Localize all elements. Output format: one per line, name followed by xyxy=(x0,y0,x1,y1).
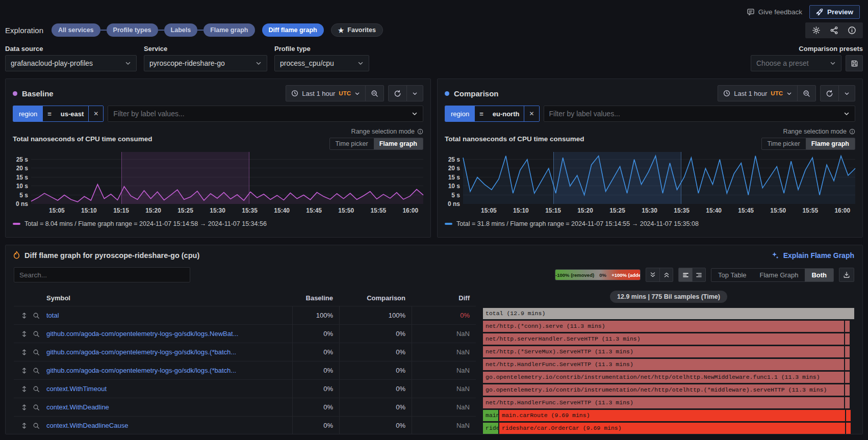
comparison-refresh-options[interactable] xyxy=(838,86,855,101)
flame-frame[interactable] xyxy=(846,410,851,421)
tab-flame-graph[interactable]: Flame graph xyxy=(203,23,254,37)
col-baseline[interactable]: Baseline xyxy=(292,290,339,306)
tab-diff-flame-graph[interactable]: Diff flame graph xyxy=(262,23,324,37)
filter-operator[interactable]: = xyxy=(43,106,56,121)
symbol-link[interactable]: github.com/agoda-com/opentelemetry-logs-… xyxy=(46,330,292,338)
tab-all-services[interactable]: All services xyxy=(52,23,100,37)
explain-flame-graph-link[interactable]: Explain Flame Graph xyxy=(771,251,854,260)
datasource-select[interactable]: grafanacloud-play-profiles xyxy=(5,55,137,71)
baseline-filter-input[interactable]: Filter by label values... xyxy=(108,106,423,122)
preset-select[interactable]: Choose a preset xyxy=(751,55,841,71)
comparison-panel: Comparison Last 1 hour UTC xyxy=(437,79,863,238)
comparison-time-picker[interactable]: Last 1 hour UTC xyxy=(718,86,797,101)
flame-frame[interactable] xyxy=(846,423,851,434)
symbol-link[interactable]: total xyxy=(46,312,292,319)
symbol-search-input[interactable] xyxy=(14,267,190,282)
preview-button[interactable]: Preview xyxy=(809,5,860,19)
baseline-zoom-out-button[interactable] xyxy=(365,86,384,101)
flame-frame[interactable]: rides xyxy=(483,423,498,434)
info-icon[interactable] xyxy=(417,128,423,135)
info-icon[interactable] xyxy=(848,26,856,35)
col-diff[interactable]: Diff xyxy=(412,290,476,306)
search-symbol-icon[interactable] xyxy=(33,385,40,393)
download-button[interactable] xyxy=(839,268,854,282)
range-mode-time-picker[interactable]: Time picker xyxy=(762,138,806,149)
filter-key[interactable]: region xyxy=(13,106,43,121)
col-symbol[interactable]: Symbol xyxy=(46,294,292,302)
filter-value[interactable]: us-east xyxy=(56,106,89,121)
view-top-table-button[interactable]: Top Table xyxy=(711,269,753,281)
filter-value[interactable]: eu-north xyxy=(488,106,524,121)
range-mode-flame-graph[interactable]: Flame graph xyxy=(806,138,855,149)
symbol-link[interactable]: context.WithDeadline xyxy=(46,403,292,411)
save-preset-button[interactable] xyxy=(846,55,863,71)
comparison-refresh-button[interactable] xyxy=(821,86,838,101)
flame-frame[interactable]: net/http.HandlerFunc.ServeHTTP (11.3 min… xyxy=(483,359,844,370)
remove-filter-button[interactable]: ✕ xyxy=(88,106,103,121)
flame-frame[interactable]: net/http.(*ServeMux).ServeHTTP (11.3 min… xyxy=(483,346,844,357)
info-icon[interactable] xyxy=(849,128,855,135)
search-symbol-icon[interactable] xyxy=(33,404,40,411)
search-symbol-icon[interactable] xyxy=(33,312,40,319)
expand-symbol-icon[interactable] xyxy=(21,312,28,319)
symbol-link[interactable]: github.com/agoda-com/opentelemetry-logs-… xyxy=(46,348,292,356)
symbol-link[interactable]: context.WithTimeout xyxy=(46,385,292,393)
col-comparison[interactable]: Comparison xyxy=(339,290,412,306)
share-icon[interactable] xyxy=(830,26,838,35)
flame-frame[interactable] xyxy=(845,384,850,396)
flame-frame[interactable] xyxy=(845,397,850,408)
flame-frame[interactable]: total (12.9 mins) xyxy=(483,308,854,319)
flame-frame[interactable]: net/http.HandlerFunc.ServeHTTP (11.3 min… xyxy=(483,397,844,408)
flame-frame[interactable]: go.opentelemetry.io/contrib/instrumentat… xyxy=(483,372,844,383)
filter-key[interactable]: region xyxy=(445,106,475,121)
comparison-chart[interactable]: 25 s20 s15 s10 s5 s0 ns xyxy=(438,150,862,204)
align-right-button[interactable] xyxy=(692,268,705,281)
baseline-refresh-button[interactable] xyxy=(389,86,406,101)
range-mode-time-picker[interactable]: Time picker xyxy=(330,138,374,149)
expand-symbol-icon[interactable] xyxy=(21,385,28,393)
flame-frame[interactable]: main.carRoute (9.69 mins) xyxy=(499,410,845,421)
baseline-refresh-options[interactable] xyxy=(406,86,423,101)
expand-symbol-icon[interactable] xyxy=(21,404,28,411)
flame-frame[interactable] xyxy=(845,359,850,370)
flame-frame[interactable]: net/http.(*conn).serve (11.3 mins) xyxy=(483,321,844,332)
favorites-button[interactable]: ★ Favorites xyxy=(331,23,383,37)
baseline-chart[interactable]: 25 s20 s15 s10 s5 s0 ns xyxy=(6,150,430,204)
search-symbol-icon[interactable] xyxy=(33,349,40,356)
expand-symbol-icon[interactable] xyxy=(21,330,28,338)
tab-labels[interactable]: Labels xyxy=(164,23,198,37)
search-symbol-icon[interactable] xyxy=(33,367,40,374)
symbol-link[interactable]: github.com/agoda-com/opentelemetry-logs-… xyxy=(46,367,292,374)
view-flame-graph-button[interactable]: Flame Graph xyxy=(753,269,805,281)
gear-icon[interactable] xyxy=(812,26,821,35)
comparison-filter-input[interactable]: Filter by label values... xyxy=(544,106,855,122)
comparison-zoom-out-button[interactable] xyxy=(797,86,815,101)
flame-frame[interactable] xyxy=(845,321,850,332)
flame-frame[interactable] xyxy=(845,372,850,383)
expand-all-button[interactable] xyxy=(659,268,673,281)
give-feedback-button[interactable]: Give feedback xyxy=(747,8,802,16)
service-select[interactable]: pyroscope-rideshare-go xyxy=(144,55,267,71)
flame-frame[interactable]: go.opentelemetry.io/contrib/instrumentat… xyxy=(483,384,844,396)
range-mode-flame-graph[interactable]: Flame graph xyxy=(374,138,423,149)
flame-frame[interactable] xyxy=(845,346,850,357)
symbol-link[interactable]: context.WithDeadlineCause xyxy=(46,422,292,429)
flame-frame[interactable]: rideshare/car.OrderCar (9.69 mins) xyxy=(499,423,845,434)
expand-symbol-icon[interactable] xyxy=(21,367,28,374)
flame-frame[interactable]: main. xyxy=(483,410,498,421)
expand-symbol-icon[interactable] xyxy=(21,422,28,429)
filter-operator[interactable]: = xyxy=(475,106,488,121)
collapse-all-button[interactable] xyxy=(646,268,659,281)
remove-filter-button[interactable]: ✕ xyxy=(524,106,539,121)
flame-frame[interactable] xyxy=(845,333,850,345)
baseline-time-picker[interactable]: Last 1 hour UTC xyxy=(286,86,365,101)
expand-symbol-icon[interactable] xyxy=(21,349,28,356)
search-symbol-icon[interactable] xyxy=(33,330,40,338)
view-both-button[interactable]: Both xyxy=(805,269,833,281)
search-symbol-icon[interactable] xyxy=(33,422,40,429)
profile-type-select[interactable]: process_cpu/cpu xyxy=(274,55,369,71)
flame-frame[interactable]: net/http.serverHandler.ServeHTTP (11.3 m… xyxy=(483,333,844,345)
baseline-range-mode-toggle: Time picker Flame graph xyxy=(329,138,423,150)
align-left-button[interactable] xyxy=(679,268,692,281)
tab-profile-types[interactable]: Profile types xyxy=(107,23,158,37)
